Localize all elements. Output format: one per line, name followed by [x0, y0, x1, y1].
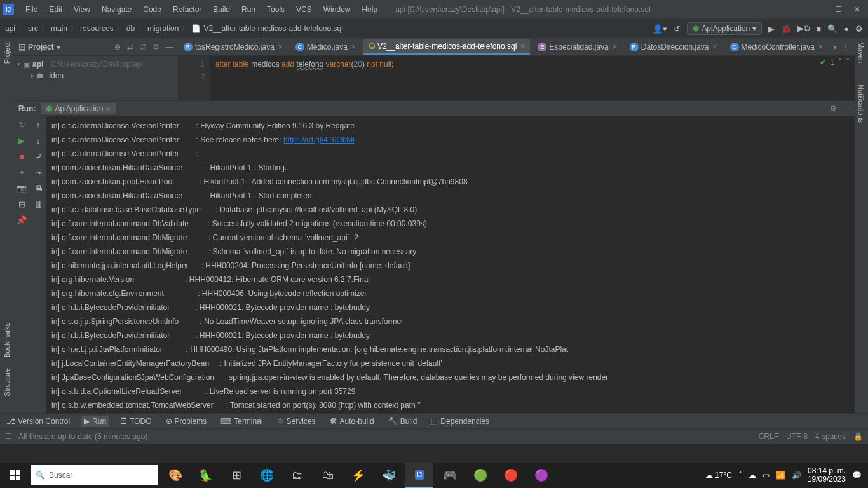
crumb-6[interactable]: V2__alter-table-medicos-add-telefono.sql — [203, 24, 342, 33]
close-icon[interactable]: × — [278, 43, 283, 51]
update-icon[interactable]: ↺ — [674, 24, 681, 34]
tool-todo[interactable]: ☰TODO — [118, 416, 154, 427]
tb-taskview-icon[interactable]: ⊞ — [222, 463, 250, 488]
taskbar-search[interactable]: 🔍 Buscar — [31, 465, 158, 485]
editor-tab-3[interactable]: EEspecialidad.java× — [532, 40, 621, 54]
crumb-5[interactable]: migration — [147, 24, 179, 33]
gear-icon[interactable]: ⚙ — [153, 43, 159, 51]
rail-structure[interactable]: Structure — [3, 368, 11, 396]
minimize-button[interactable]: ─ — [811, 3, 827, 16]
tray-onedrive-icon[interactable]: ☁ — [749, 471, 756, 480]
settings-icon[interactable]: ⚙ — [855, 24, 863, 34]
layout-icon[interactable]: ⊞ — [18, 200, 25, 209]
menu-run[interactable]: Run — [236, 3, 261, 17]
tray-meet-icon[interactable]: ▭ — [763, 471, 770, 480]
tool-run[interactable]: ▶Run — [81, 416, 109, 427]
project-tree[interactable]: ▾ ▣ api C:\Users\crazy\Desktop\api ▸ 🖿 .… — [13, 56, 179, 100]
tb-intellij-icon[interactable]: IJ — [405, 463, 433, 488]
debug-button[interactable]: 🐞 — [781, 24, 791, 34]
menu-help[interactable]: Help — [356, 3, 383, 17]
chevron-down-icon[interactable]: ▾ — [57, 43, 60, 51]
rail-project[interactable]: Project — [3, 42, 11, 64]
tb-copilot-icon[interactable]: 🎨 — [161, 463, 189, 488]
menu-code[interactable]: Code — [138, 3, 166, 17]
crumb-4[interactable]: db — [126, 24, 135, 33]
rail-notifications[interactable]: Notifications — [857, 85, 865, 123]
coverage-button[interactable]: ▶⧉ — [797, 24, 810, 34]
tray-clock[interactable]: 08:14 p. m. 19/09/2023 — [808, 467, 846, 484]
close-icon[interactable]: ✕ — [105, 105, 111, 112]
select-opened-icon[interactable]: ⊕ — [114, 43, 121, 51]
tool-auto-build[interactable]: 🛠Auto-build — [327, 416, 377, 427]
editor[interactable]: 1 2 alter table medicos add telefono var… — [179, 56, 855, 100]
tb-edge-icon[interactable]: 🌐 — [253, 463, 281, 488]
menu-window[interactable]: Window — [318, 3, 356, 17]
tray-wifi-icon[interactable]: 📶 — [776, 471, 785, 480]
collapse-icon[interactable]: ⇵ — [140, 43, 146, 51]
crumb-2[interactable]: main — [51, 24, 67, 33]
tool-build[interactable]: 🔨Build — [386, 416, 420, 427]
chevron-down-icon[interactable]: ˅ — [846, 58, 850, 67]
status-indent[interactable]: 4 spaces — [815, 432, 846, 441]
tray-chevron-icon[interactable]: ˄ — [738, 471, 742, 480]
menu-vcs[interactable]: VCS — [291, 3, 317, 17]
expand-icon[interactable]: ⇄ — [127, 43, 133, 51]
tool-dependencies[interactable]: ⬚Dependencies — [428, 416, 492, 427]
chevron-up-icon[interactable]: ˄ — [838, 58, 842, 67]
status-icon[interactable]: ☐ — [5, 432, 12, 441]
editor-tab-4[interactable]: RDatosDireccion.java× — [625, 40, 722, 54]
maximize-button[interactable]: ☐ — [830, 3, 846, 16]
editor-tab-1[interactable]: CMedico.java× — [290, 40, 361, 54]
tree-child-idea[interactable]: ▸ 🖿 .idea — [16, 70, 175, 81]
menu-refactor[interactable]: Refactor — [168, 3, 207, 17]
crumb-3[interactable]: resources — [80, 24, 114, 33]
tool-version-control[interactable]: ⎇Version Control — [4, 416, 72, 427]
tb-docker-icon[interactable]: 🐳 — [375, 463, 403, 488]
clear-icon[interactable]: 🗑 — [34, 200, 43, 209]
console[interactable]: in] o.f.c.internal.license.VersionPrinte… — [46, 116, 855, 413]
editor-tab-0[interactable]: RtosRegistroMedico.java× — [179, 40, 288, 54]
rail-maven[interactable]: Maven — [857, 42, 865, 63]
tray-volume-icon[interactable]: 🔊 — [792, 471, 801, 480]
tab-dropdown-icon[interactable]: ▾ — [833, 43, 837, 51]
hide-icon[interactable]: — — [166, 43, 173, 51]
gear-icon[interactable]: ⚙ — [830, 104, 837, 113]
scroll-end-icon[interactable]: ⇥ — [35, 168, 42, 177]
menu-navigate[interactable]: Navigate — [97, 3, 137, 17]
menu-tools[interactable]: Tools — [262, 3, 290, 17]
tool-problems[interactable]: ⊘Problems — [163, 416, 210, 427]
close-icon[interactable]: × — [520, 42, 525, 51]
rail-bookmarks[interactable]: Bookmarks — [3, 323, 11, 358]
up-icon[interactable]: ↑ — [36, 120, 41, 130]
readonly-icon[interactable]: 🔒 — [853, 432, 863, 441]
tab-more-icon[interactable]: ⋮ — [842, 43, 850, 51]
tb-chrome-icon[interactable]: 🟢 — [466, 463, 494, 488]
tb-explorer-icon[interactable]: 🗂 — [283, 463, 311, 488]
ai-icon[interactable]: ● — [844, 24, 849, 34]
menu-file[interactable]: File — [20, 3, 43, 17]
down-icon[interactable]: ↓ — [36, 136, 41, 146]
tb-lightning-icon[interactable]: ⚡ — [344, 463, 372, 488]
tree-root[interactable]: ▾ ▣ api C:\Users\crazy\Desktop\api — [16, 58, 175, 70]
menu-view[interactable]: View — [69, 3, 95, 17]
print-icon[interactable]: 🖶 — [34, 184, 43, 193]
editor-tab-5[interactable]: CMedicoController.java× — [725, 40, 828, 54]
crumb-1[interactable]: src — [28, 24, 38, 33]
run-config-select[interactable]: ⬢ ApiApplication ▾ — [687, 22, 762, 35]
status-encoding[interactable]: UTF-8 — [786, 432, 808, 441]
close-icon[interactable]: × — [613, 43, 617, 51]
camera-icon[interactable]: 📷 — [17, 184, 27, 193]
stop-button[interactable]: ■ — [816, 24, 821, 34]
console-link[interactable]: https://rd.gt/416ObMi — [283, 135, 355, 144]
actuator-icon[interactable]: ✦ — [18, 168, 25, 177]
hide-icon[interactable]: — — [842, 104, 850, 113]
weather-widget[interactable]: ☁ 17°C — [705, 471, 732, 480]
user-icon[interactable]: 👤▾ — [653, 24, 667, 34]
code-area[interactable]: alter table medicos add telefono varchar… — [210, 56, 855, 100]
run-button[interactable]: ▶ — [768, 24, 775, 34]
soft-wrap-icon[interactable]: ⤶ — [35, 152, 42, 161]
close-icon[interactable]: × — [818, 43, 823, 51]
tb-insomnia-icon[interactable]: 🟣 — [527, 463, 555, 488]
status-line-ending[interactable]: CRLF — [759, 432, 778, 441]
tray-notifications-icon[interactable]: 💬 — [852, 471, 862, 480]
